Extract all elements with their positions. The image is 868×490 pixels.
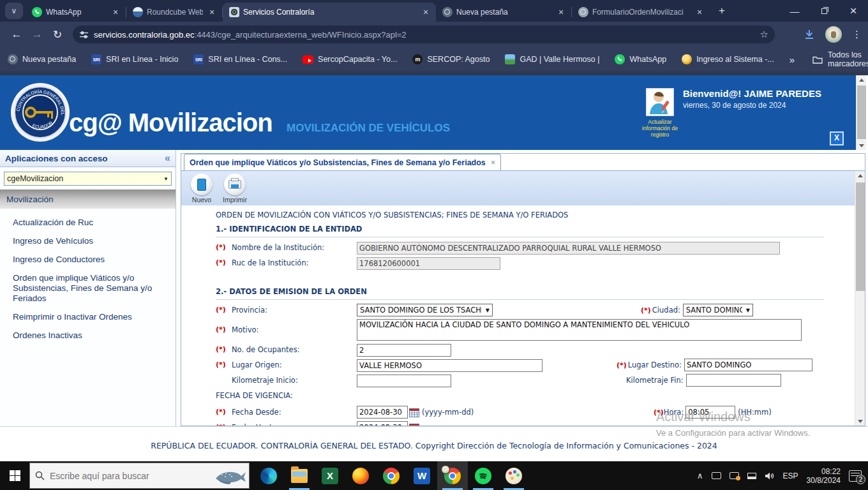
ocupantes-field[interactable] [357,344,451,357]
volume-icon[interactable] [765,471,775,480]
tab-close-icon[interactable]: × [207,7,217,17]
action-center-icon[interactable]: 2 [849,470,862,482]
date-text: viernes, 30 de agosto de 2024 [683,101,862,110]
browser-tab-whatsapp[interactable]: WhatsApp × [26,3,126,22]
scrollbar-thumb[interactable] [856,182,865,291]
tab-close-icon[interactable]: × [556,7,566,17]
bookmark-sri-consultas[interactable]: SRISRI en Línea - Cons... [193,54,287,64]
avatar-caption[interactable]: Actualizar información de registro [637,119,683,138]
back-button[interactable]: ← [6,28,27,41]
tab-close-icon[interactable]: × [421,7,431,17]
bookmark-sercopcapacita[interactable]: SercopCapacita - Yo... [303,55,397,64]
lugar-destino-field[interactable] [684,359,812,371]
application-select[interactable]: cgeMovilizacion ▼ [4,172,172,186]
browser-tab-roundcube[interactable]: Roundcube Webmail :: Entra × [126,3,222,22]
minimize-button[interactable]: — [780,0,809,22]
bookmark-sri-inicio[interactable]: SRISRI en Línea - Inicio [91,54,178,64]
url-text[interactable]: servicios.contraloria.gob.ec:4443/cge_ar… [94,30,407,40]
taskbar-spotify[interactable] [468,461,498,490]
welcome-block: Bienvenid@! JAIME PAREDES viernes, 30 de… [683,88,862,110]
browser-tab-formulario[interactable]: FormularioOrdenMovilizaci × [572,3,710,22]
reload-button[interactable]: ↻ [47,28,68,41]
chevron-down-icon: ▼ [746,308,750,313]
taskbar-search[interactable] [29,463,250,489]
taskbar-clock[interactable]: 08:22 30/8/2024 [807,467,841,485]
taskbar-word[interactable]: W [407,461,437,490]
scrollbar-thumb[interactable] [857,85,866,139]
new-button[interactable]: Nuevo [188,174,216,204]
bookmark-label: WhatsApp [629,55,666,64]
content-scrollbar[interactable] [855,171,865,426]
ciudad-select[interactable]: SANTO DOMINGO▼ [683,304,753,316]
motivo-field[interactable]: MOVILIZACIÓN HACIA LA CIUDAD DE SANTO DO… [357,319,802,341]
all-bookmarks-button[interactable]: Todos los marcadores [812,50,868,68]
bookmark-nueva-pestana[interactable]: Nueva pestaña [8,54,76,64]
lugar-origen-field[interactable] [357,359,542,372]
taskbar-chrome[interactable] [376,461,407,490]
chrome-menu-icon[interactable]: ⋮ [852,29,862,40]
new-tab-button[interactable]: + [714,3,730,19]
taskbar-firefox[interactable] [345,461,376,490]
site-settings-icon[interactable] [79,30,89,40]
scroll-up-arrow[interactable] [855,171,865,180]
fecha-desde-field[interactable] [357,406,408,419]
sidebar-item-actualizacion-ruc[interactable]: Actualización de Ruc [13,218,169,228]
bookmark-sercop-agosto[interactable]: mSERCOP: Agosto [412,54,490,64]
folder-icon [812,54,823,64]
sidebar-item-orden-viaticos[interactable]: Orden que implique Viáticos y/o Subsiste… [13,273,169,304]
content-tab[interactable]: Orden que implique Viáticos y/o Subsiste… [184,154,501,170]
tray-device-icon[interactable] [712,472,721,479]
content-tab-close-icon[interactable]: × [491,158,496,167]
scroll-down-arrow[interactable] [857,141,867,150]
sidebar-item-ingreso-vehiculos[interactable]: Ingreso de Vehículos [13,236,169,246]
browser-tab-servicios-contraloria[interactable]: Servicios Contraloría × [223,3,436,22]
bookmark-gad-valle-hermoso[interactable]: GAD | Valle Hermoso | [505,54,599,64]
search-input[interactable] [50,471,190,481]
hora-field[interactable] [685,406,735,419]
network-icon[interactable] [747,473,756,479]
taskbar-paint[interactable] [498,461,529,490]
window-controls: — × [780,0,868,22]
fecha-hasta-field[interactable] [357,421,408,426]
collapse-icon[interactable]: « [165,152,170,164]
print-button[interactable]: Imprimir [221,174,249,204]
scroll-down-arrow[interactable] [855,417,865,426]
tray-display-alert-icon[interactable] [730,472,739,479]
start-button[interactable] [0,461,29,490]
bookmark-whatsapp[interactable]: WhatsApp [615,54,666,64]
sidebar-item-reimprimir[interactable]: Reimprimir o Inactivar Ordenes [13,312,169,322]
taskbar-excel[interactable]: X [315,461,345,490]
download-icon[interactable] [804,29,815,40]
update-registration-avatar[interactable] [646,88,674,116]
sidebar-item-ingreso-conductores[interactable]: Ingreso de Conductores [13,255,169,265]
bookmarks-overflow-icon[interactable]: » [789,54,795,65]
calendar-icon[interactable] [409,408,419,417]
bookmark-star-icon[interactable]: ☆ [760,29,768,40]
taskbar-edge[interactable] [253,461,284,490]
sri-icon: SRI [91,54,101,64]
kilometraje-inicio-field[interactable] [357,375,451,387]
tray-expand-icon[interactable]: ∧ [697,471,703,480]
taskbar-file-explorer[interactable] [284,461,315,490]
forward-button[interactable]: → [27,28,47,41]
tab-close-icon[interactable]: × [110,7,121,17]
scroll-up-arrow[interactable] [857,75,867,84]
required-marker: (*) [216,408,226,416]
close-window-button[interactable]: × [839,0,868,22]
tab-close-icon[interactable]: × [694,7,705,17]
header-scrollbar[interactable] [856,75,866,150]
provincia-select[interactable]: SANTO DOMINGO DE LOS TSACHILAS▼ [357,304,493,316]
sidebar-item-ordenes-inactivas[interactable]: Ordenes Inactivas [13,330,169,341]
field-label: Lugar Origen: [232,360,282,369]
tab-search-button[interactable]: ∨ [5,3,23,19]
taskbar-chrome-profile[interactable] [437,461,468,490]
language-indicator[interactable]: ESP [783,471,798,480]
profile-avatar[interactable] [825,26,842,43]
kilometraje-fin-field[interactable] [686,374,781,387]
bookmark-ingreso-sistema[interactable]: Ingreso al Sistema -... [682,54,774,64]
logout-close-button[interactable]: X [830,131,844,145]
sidebar-group-movilizacion[interactable]: Movilización [0,189,176,209]
restore-button[interactable] [809,0,839,22]
browser-tab-nueva-pestana[interactable]: Nueva pestaña × [436,3,571,22]
address-bar[interactable]: servicios.contraloria.gob.ec:4443/cge_ar… [73,26,775,43]
